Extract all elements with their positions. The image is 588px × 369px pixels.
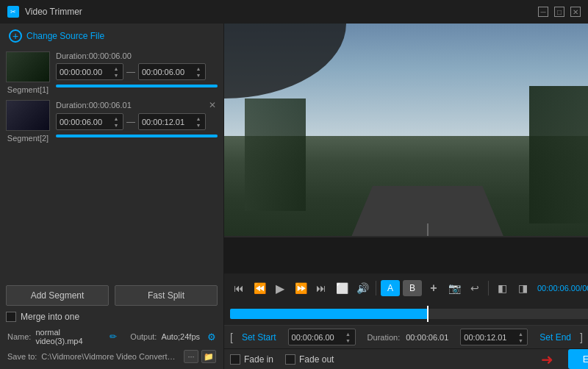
maximize-button[interactable]: □ [554,7,564,17]
current-time-display: 00:00:06.00/00:00:12.01 [537,284,588,293]
output-value: Auto;24fps [161,332,200,341]
close-button[interactable]: ✕ [570,7,581,17]
save-folder-button[interactable]: 📁 [201,350,216,363]
snapshot-button[interactable]: 📷 [445,279,463,297]
fade-in-label: Fade in [244,354,273,365]
segment-1-duration: Duration:00:00:06.00 [56,51,132,60]
split-left-button[interactable]: ◧ [493,279,511,297]
segment-2-thumb [6,100,50,131]
left-panel: + Change Source File Segment[1] Duration… [0,24,224,369]
video-background [224,24,588,273]
duration-label: Duration: [368,333,401,342]
right-bracket: ] [580,332,583,343]
segment-2-start-up[interactable]: ▲ [112,115,120,121]
segment-2-start-input[interactable] [60,118,112,126]
segment-1-start-up[interactable]: ▲ [112,65,120,71]
fade-out-item: Fade out [285,354,334,365]
segment-1-item: Segment[1] Duration:00:00:06.00 ▲ ▼ [6,51,218,94]
fade-out-checkbox[interactable] [285,354,295,365]
fast-split-button[interactable]: Fast Split [115,285,218,306]
segment-2-controls: Duration:00:00:06.01 ✕ ▲ ▼ — [56,100,218,137]
dashboard [224,236,588,273]
output-label: Output: [130,332,157,341]
timeline-marker[interactable] [427,306,429,322]
set-start-up[interactable]: ▲ [345,331,352,337]
name-label: Name: [7,332,31,341]
controls-separator-1 [376,281,376,295]
fade-out-label: Fade out [299,354,334,365]
fade-in-item: Fade in [230,354,273,365]
left-bottom: Add Segment Fast Split Merge into one Na… [0,279,223,369]
segment-2-bar [56,135,218,137]
video-preview [224,24,588,273]
set-end-button[interactable]: Set End [537,331,574,344]
segment-1-start-down[interactable]: ▼ [112,72,120,78]
change-source-label: Change Source File [26,31,104,41]
export-button[interactable]: Export [568,349,588,369]
volume-button[interactable]: 🔊 [354,279,371,297]
fade-bar: Fade in Fade out ➜ Export [224,348,588,369]
segment-1-bar-fill [56,85,218,87]
file-name: normal video(3).mp4 [35,328,105,345]
app-title: Video Trimmer [25,7,82,17]
segment-2-bar-fill [56,135,218,137]
right-panel: ⏮ ⏪ ▶ ⏩ ⏭ ⬜ 🔊 A B + 📷 ↩ ◧ ◨ 00:00:06.00/… [224,24,588,369]
save-path-value: C:\Vidmore\Vidmore Video Converter\Video… [41,352,179,361]
settings-gear-icon[interactable]: ⚙ [207,332,216,343]
split-right-button[interactable]: ◨ [514,279,531,297]
segment-2-item: Segment[2] Duration:00:00:06.01 ✕ ▲ ▼ [6,100,218,143]
merge-label: Merge into one [21,312,79,322]
fade-in-checkbox[interactable] [230,354,240,365]
segment-1-bar [56,85,218,87]
loop-a-button[interactable]: A [381,280,400,296]
change-source-button[interactable]: + Change Source File [0,24,223,49]
controls-separator-2 [488,281,489,295]
segment-2-dash: — [126,117,135,127]
set-end-time-input[interactable] [464,333,517,342]
crop-button[interactable]: ⬜ [333,279,351,297]
timeline-track[interactable] [230,309,588,319]
segment-2-label: Segment[2] [7,134,49,143]
set-end-down[interactable]: ▼ [517,337,524,343]
edit-name-icon[interactable]: ✏ [110,332,117,342]
set-start-button[interactable]: Set Start [239,331,279,344]
segment-1-end-input[interactable] [142,68,195,76]
segment-1-dash: — [126,67,135,77]
skip-back-button[interactable]: ⏮ [230,279,248,297]
timeline-area[interactable] [224,303,588,325]
segment-2-start-down[interactable]: ▼ [112,122,120,128]
segment-2-end-up[interactable]: ▲ [195,115,202,121]
set-bar: [ Set Start ▲ ▼ Duration: 00:00:06.01 ▲ … [224,325,588,348]
set-end-up[interactable]: ▲ [517,331,524,337]
set-start-time-input[interactable] [292,333,345,342]
set-start-down[interactable]: ▼ [345,337,352,343]
segment-2-close-button[interactable]: ✕ [207,100,218,110]
segments-area: Segment[1] Duration:00:00:06.00 ▲ ▼ [0,49,223,279]
segment-1-start-input[interactable] [60,68,112,76]
segment-1-end-down[interactable]: ▼ [195,72,202,78]
title-bar: ✂ Video Trimmer ─ □ ✕ [0,0,588,24]
add-mark-button[interactable]: + [425,279,442,297]
segment-1-end-up[interactable]: ▲ [195,65,202,71]
play-button[interactable]: ▶ [271,279,289,297]
app-icon: ✂ [7,6,19,18]
save-to-label: Save to: [7,352,37,361]
controls-bar: ⏮ ⏪ ▶ ⏩ ⏭ ⬜ 🔊 A B + 📷 ↩ ◧ ◨ 00:00:06.00/… [224,273,588,303]
segment-2-end-input[interactable] [142,118,195,126]
merge-checkbox[interactable] [6,312,16,322]
fast-forward-button[interactable]: ⏩ [292,279,309,297]
loop-b-button[interactable]: B [403,280,422,296]
add-segment-button[interactable]: Add Segment [6,285,109,306]
rewind-button[interactable]: ⏪ [251,279,268,297]
segment-1-label: Segment[1] [7,85,49,94]
undo-button[interactable]: ↩ [466,279,484,297]
skip-forward-button[interactable]: ⏭ [312,279,330,297]
segment-1-thumb [6,51,50,82]
timeline-fill [230,309,428,319]
duration-value: 00:00:06.01 [406,333,448,342]
segment-2-end-down[interactable]: ▼ [195,122,202,128]
plus-circle-icon: + [9,29,22,43]
save-more-button[interactable]: ··· [184,350,198,363]
minimize-button[interactable]: ─ [538,7,548,17]
segment-2-duration: Duration:00:00:06.01 [56,101,132,110]
